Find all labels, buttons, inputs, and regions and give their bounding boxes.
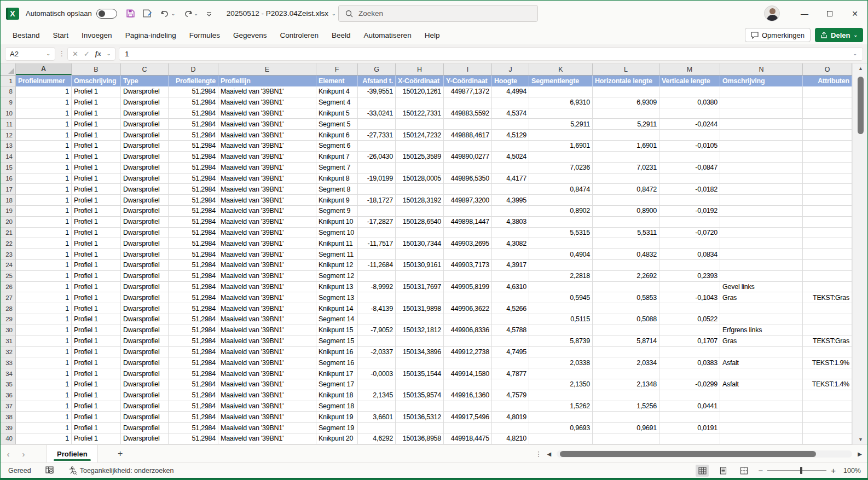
column-header-J[interactable]: J bbox=[492, 63, 529, 75]
cell[interactable]: 150131,7697 bbox=[396, 282, 444, 293]
cell[interactable]: 51,2984 bbox=[169, 195, 218, 206]
cell[interactable]: -27,7331 bbox=[358, 130, 396, 141]
cell[interactable]: Maaiveld van '39BN1' bbox=[218, 336, 316, 347]
cell[interactable] bbox=[396, 97, 444, 108]
cell[interactable]: 51,2984 bbox=[169, 303, 218, 314]
cell[interactable]: 51,2984 bbox=[169, 401, 218, 412]
cell[interactable] bbox=[396, 357, 444, 368]
cell[interactable]: Profiel 1 bbox=[72, 238, 121, 249]
cell[interactable] bbox=[358, 336, 396, 347]
cell[interactable] bbox=[492, 314, 529, 325]
cell[interactable] bbox=[593, 152, 659, 163]
cell[interactable]: 150128,0005 bbox=[396, 174, 444, 184]
cell[interactable]: 1,6901 bbox=[593, 141, 659, 152]
cell[interactable]: Segment 5 bbox=[316, 119, 358, 130]
cell[interactable]: 51,2984 bbox=[169, 152, 218, 163]
column-header-L[interactable]: L bbox=[593, 63, 659, 75]
row-header-13[interactable]: 13 bbox=[1, 141, 16, 152]
header-cell[interactable]: Profielnummer bbox=[16, 76, 72, 86]
cell[interactable]: Segment 6 bbox=[316, 141, 358, 152]
cell[interactable] bbox=[803, 325, 852, 336]
cell[interactable]: Knikpunt 7 bbox=[316, 152, 358, 163]
cell[interactable]: Knikpunt 9 bbox=[316, 195, 358, 206]
cell[interactable]: 51,2984 bbox=[169, 184, 218, 195]
row-header-28[interactable]: 28 bbox=[1, 303, 16, 314]
cell[interactable] bbox=[358, 357, 396, 368]
cell[interactable]: Maaiveld van '39BN1' bbox=[218, 390, 316, 401]
cell[interactable]: Maaiveld van '39BN1' bbox=[218, 314, 316, 325]
add-sheet-button[interactable]: + bbox=[108, 449, 133, 459]
cell[interactable]: Erfgrens links bbox=[720, 325, 803, 336]
cell[interactable] bbox=[720, 238, 803, 249]
close-icon[interactable]: ✕ bbox=[842, 1, 867, 26]
cell[interactable]: 2,1350 bbox=[529, 379, 593, 390]
avatar[interactable] bbox=[764, 5, 780, 21]
qat-overflow-icon[interactable] bbox=[206, 10, 212, 17]
cell[interactable] bbox=[593, 130, 659, 141]
cell[interactable]: 6,9309 bbox=[593, 97, 659, 108]
cell[interactable]: 4,8210 bbox=[492, 433, 529, 444]
cell[interactable]: Segment 10 bbox=[316, 228, 358, 239]
cell[interactable] bbox=[529, 174, 593, 184]
cell[interactable]: 1 bbox=[16, 423, 72, 433]
cell[interactable]: Gras bbox=[720, 292, 803, 303]
minimize-icon[interactable]: — bbox=[792, 1, 817, 26]
row-header-26[interactable]: 26 bbox=[1, 282, 16, 293]
row-header-16[interactable]: 16 bbox=[1, 174, 16, 184]
column-header-H[interactable]: H bbox=[396, 63, 444, 75]
cell[interactable]: 1 bbox=[16, 97, 72, 108]
cell[interactable]: 51,2984 bbox=[169, 271, 218, 282]
cell[interactable]: 449896,5350 bbox=[444, 174, 492, 184]
cell[interactable]: Dwarsprofiel bbox=[121, 119, 169, 130]
cell[interactable] bbox=[492, 423, 529, 433]
cell[interactable]: 4,5374 bbox=[492, 108, 529, 119]
cell[interactable]: Profiel 1 bbox=[72, 292, 121, 303]
cell[interactable]: Segment 12 bbox=[316, 271, 358, 282]
cell[interactable]: 4,8019 bbox=[492, 412, 529, 423]
cell[interactable]: Maaiveld van '39BN1' bbox=[218, 238, 316, 249]
cell[interactable]: 0,9693 bbox=[529, 423, 593, 433]
cell[interactable] bbox=[358, 271, 396, 282]
cell[interactable]: Maaiveld van '39BN1' bbox=[218, 108, 316, 119]
cell[interactable]: 51,2984 bbox=[169, 260, 218, 271]
cell[interactable] bbox=[659, 260, 720, 271]
cell[interactable] bbox=[593, 238, 659, 249]
cell[interactable]: Profiel 1 bbox=[72, 228, 121, 239]
cell[interactable]: 449890,0277 bbox=[444, 152, 492, 163]
row-header-31[interactable]: 31 bbox=[1, 336, 16, 347]
cell[interactable] bbox=[529, 86, 593, 97]
scroll-down-icon[interactable]: ▼ bbox=[853, 435, 867, 444]
cell[interactable]: Profiel 1 bbox=[72, 141, 121, 152]
cell[interactable] bbox=[529, 238, 593, 249]
cell[interactable] bbox=[720, 368, 803, 379]
row-header-33[interactable]: 33 bbox=[1, 357, 16, 368]
cell[interactable]: 2,1345 bbox=[358, 390, 396, 401]
cell[interactable]: 1 bbox=[16, 141, 72, 152]
cell[interactable]: 1 bbox=[16, 401, 72, 412]
formula-bar-expand-icon[interactable]: ⌄ bbox=[853, 51, 857, 56]
excel-logo-icon[interactable]: X bbox=[6, 8, 19, 20]
cell[interactable]: 51,2984 bbox=[169, 141, 218, 152]
cell[interactable]: Segment 16 bbox=[316, 357, 358, 368]
cell[interactable]: 150135,9574 bbox=[396, 390, 444, 401]
cell[interactable]: 1 bbox=[16, 119, 72, 130]
enter-icon[interactable]: ✓ bbox=[84, 50, 90, 58]
cell[interactable]: Knikpunt 14 bbox=[316, 303, 358, 314]
cell[interactable]: Segment 19 bbox=[316, 423, 358, 433]
cell[interactable]: Profiel 1 bbox=[72, 336, 121, 347]
cell[interactable] bbox=[444, 163, 492, 174]
cell[interactable] bbox=[396, 271, 444, 282]
cell[interactable]: Dwarsprofiel bbox=[121, 336, 169, 347]
cell[interactable]: 1,6901 bbox=[529, 141, 593, 152]
header-cell[interactable]: Type bbox=[121, 76, 169, 86]
cell[interactable]: 449898,1447 bbox=[444, 217, 492, 228]
cell[interactable]: Maaiveld van '39BN1' bbox=[218, 141, 316, 152]
cell[interactable] bbox=[396, 423, 444, 433]
cell[interactable]: Segment 18 bbox=[316, 401, 358, 412]
cell[interactable]: Dwarsprofiel bbox=[121, 174, 169, 184]
cell[interactable]: 1 bbox=[16, 303, 72, 314]
cell[interactable]: -0,0720 bbox=[659, 228, 720, 239]
cell[interactable]: 4,3803 bbox=[492, 217, 529, 228]
header-cell[interactable]: Profiellengte bbox=[169, 76, 218, 86]
cell[interactable] bbox=[803, 347, 852, 358]
